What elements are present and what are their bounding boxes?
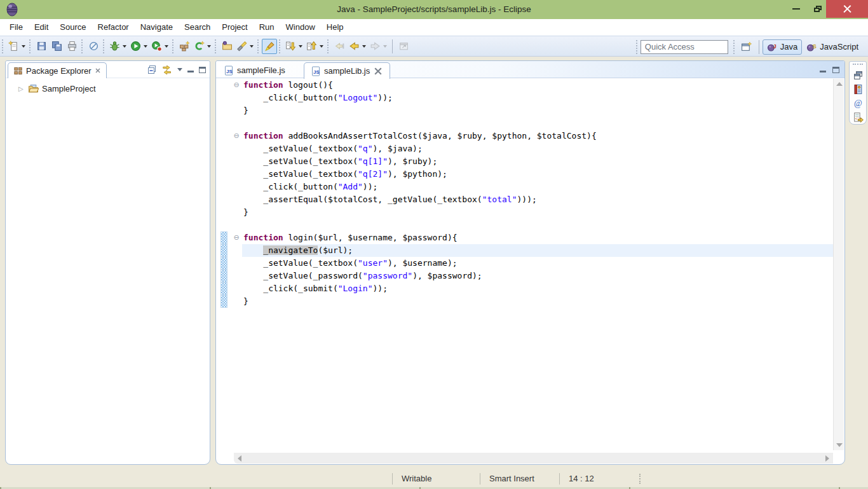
code-line[interactable]: _click(_button("Add"));	[217, 181, 833, 193]
view-menu-icon[interactable]	[177, 68, 182, 71]
scroll-left-icon[interactable]	[234, 453, 245, 464]
back-button[interactable]	[347, 39, 368, 54]
task-list-button[interactable]	[851, 82, 865, 96]
javadoc-icon	[853, 98, 864, 109]
open-perspective-button[interactable]	[739, 39, 754, 55]
menu-run[interactable]: Run	[254, 19, 280, 36]
dropdown-arrow-icon[interactable]	[123, 45, 126, 48]
link-with-editor-icon[interactable]	[162, 65, 172, 75]
code-line[interactable]: }	[217, 295, 833, 308]
code-line[interactable]: _click(_button("Logout"));	[217, 92, 833, 104]
restore-views-button[interactable]	[851, 68, 865, 82]
dropdown-arrow-icon[interactable]	[207, 45, 211, 48]
code-text: function logout(){	[217, 79, 833, 92]
package-explorer-tab[interactable]: Package Explorer	[8, 62, 107, 78]
scroll-right-icon[interactable]	[822, 453, 833, 464]
tab-samplelib-js[interactable]: sampleLib.js	[304, 62, 390, 79]
menu-refactor[interactable]: Refactor	[92, 19, 135, 36]
expand-arrow-icon[interactable]: ▷	[18, 85, 25, 92]
code-line[interactable]: _navigateTo($url);	[217, 244, 833, 257]
dropdown-arrow-icon[interactable]	[165, 45, 168, 48]
search-button[interactable]	[234, 39, 255, 54]
vertical-scrollbar[interactable]	[833, 79, 844, 450]
tree-item-sampleproject[interactable]: ▷ SampleProject	[6, 82, 210, 95]
code-line[interactable]: }	[217, 206, 833, 219]
menu-file[interactable]: File	[4, 19, 29, 36]
maximize-editor-icon[interactable]	[832, 67, 839, 73]
task-list-icon	[853, 84, 864, 95]
scroll-up-icon[interactable]	[834, 79, 844, 89]
javadoc-button[interactable]	[851, 96, 865, 110]
dropdown-arrow-icon[interactable]	[362, 45, 366, 48]
code-line[interactable]: _assertEqual($totalCost, _getValue(_text…	[217, 193, 833, 206]
code-line[interactable]: _setValue(_textbox("q[1]"), $ruby);	[217, 155, 833, 168]
dropdown-arrow-icon[interactable]	[250, 45, 254, 48]
code-line[interactable]	[217, 117, 833, 130]
close-button[interactable]	[826, 0, 868, 18]
restore-button[interactable]	[808, 0, 827, 18]
menu-project[interactable]: Project	[216, 19, 253, 36]
open-task-button[interactable]	[219, 39, 234, 54]
maximize-view-icon[interactable]	[199, 67, 206, 73]
dropdown-arrow-icon[interactable]	[320, 45, 323, 48]
menu-window[interactable]: Window	[280, 19, 321, 36]
next-annotation-button[interactable]	[283, 39, 304, 54]
last-edit-location-button[interactable]	[332, 39, 347, 54]
new-wizard-button[interactable]	[6, 39, 27, 54]
forward-icon	[370, 41, 381, 52]
dropdown-arrow-icon[interactable]	[299, 45, 302, 48]
link-with-editor-button[interactable]	[396, 39, 411, 54]
minimize-button[interactable]	[787, 0, 806, 18]
previous-annotation-icon	[306, 41, 317, 52]
menu-source[interactable]: Source	[54, 19, 92, 36]
code-line[interactable]: _setValue(_textbox("q"), $java);	[217, 142, 833, 155]
code-line[interactable]: _setValue(_textbox("user"), $username);	[217, 257, 833, 270]
code-line[interactable]: ⊖function logout(){	[217, 79, 833, 92]
menu-help[interactable]: Help	[321, 19, 349, 36]
print-button[interactable]	[64, 39, 79, 54]
save-all-button[interactable]	[49, 39, 64, 54]
previous-annotation-button[interactable]	[304, 39, 325, 54]
dropdown-arrow-icon[interactable]	[144, 45, 147, 48]
forward-button[interactable]	[368, 39, 389, 54]
code-line[interactable]: ⊖function login($url, $username, $passwo…	[217, 231, 833, 244]
editor-area: sampleFile.js sampleLib.js ⊖function log…	[215, 60, 845, 465]
code-editor[interactable]: ⊖function logout(){ _click(_button("Logo…	[217, 79, 833, 450]
package-explorer-icon	[13, 66, 23, 76]
external-tools-button[interactable]	[149, 39, 170, 54]
code-line[interactable]: _setValue(_textbox("q[2]"), $python);	[217, 168, 833, 181]
close-view-icon[interactable]	[95, 67, 101, 74]
dropdown-arrow-icon[interactable]	[383, 45, 387, 48]
code-line[interactable]: _setValue(_password("password"), $passwo…	[217, 270, 833, 282]
debug-button[interactable]	[107, 39, 128, 54]
mark-occurrences-icon	[264, 41, 275, 52]
new-class-button[interactable]	[192, 39, 213, 54]
declaration-button[interactable]	[851, 110, 865, 124]
code-line[interactable]	[217, 219, 833, 231]
dropdown-arrow-icon[interactable]	[22, 45, 25, 48]
code-line[interactable]: }	[217, 104, 833, 117]
run-button[interactable]	[128, 39, 149, 54]
save-button[interactable]	[34, 39, 49, 54]
tab-samplefile-js[interactable]: sampleFile.js	[217, 62, 292, 78]
close-tab-icon[interactable]	[373, 66, 383, 76]
minimize-view-icon[interactable]	[187, 71, 194, 72]
code-line[interactable]: ⊖function addBooksAndAssertTotalCost($ja…	[217, 130, 833, 142]
menu-navigate[interactable]: Navigate	[135, 19, 179, 36]
toolbar-drag-handle	[81, 39, 83, 53]
quick-access-input[interactable]	[641, 40, 728, 54]
perspective-javascript-button[interactable]: JavaScript	[802, 39, 863, 55]
minimize-editor-icon[interactable]	[820, 71, 826, 72]
new-java-project-button[interactable]	[177, 39, 192, 54]
code-line[interactable]: _click(_submit("Login"));	[217, 282, 833, 295]
scroll-down-icon[interactable]	[834, 440, 844, 450]
horizontal-scrollbar[interactable]	[234, 453, 833, 464]
menu-search[interactable]: Search	[179, 19, 216, 36]
view-title: Package Explorer	[26, 66, 92, 76]
menu-edit[interactable]: Edit	[29, 19, 54, 36]
skip-breakpoints-button[interactable]	[86, 39, 101, 54]
collapse-all-icon[interactable]	[147, 65, 157, 75]
perspective-java-button[interactable]: Java	[763, 39, 802, 55]
open-perspective-icon	[741, 41, 752, 52]
mark-occurrences-button[interactable]	[262, 39, 277, 54]
